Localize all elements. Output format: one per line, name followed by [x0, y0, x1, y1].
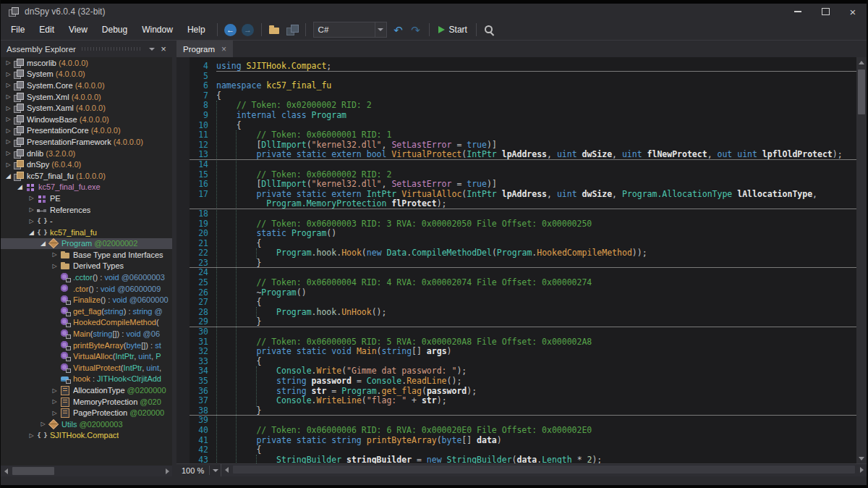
collapse-icon[interactable]: ◢	[15, 183, 25, 190]
tree-row[interactable]: ▷mscorlib (4.0.0.0)	[1, 57, 172, 69]
panel-close-button[interactable]: ×	[158, 43, 169, 55]
tree-row[interactable]: ◢kc57_final_fu (1.0.0.0)	[1, 170, 172, 182]
tree-row[interactable]: VirtualProtect(IntPtr, uint,	[1, 362, 172, 374]
expand-icon[interactable]: ▷	[4, 71, 13, 77]
tree-horizontal-scrollbar[interactable]	[1, 466, 172, 476]
menu-item-debug[interactable]: Debug	[95, 20, 135, 40]
code-line[interactable]: 30	[190, 327, 856, 337]
scrollbar-track[interactable]	[856, 67, 867, 453]
expand-icon[interactable]: ▷	[50, 410, 59, 416]
language-selector[interactable]: C#	[313, 22, 387, 38]
code-line[interactable]: 22 Program.hook.Hook(new Data.CompileMet…	[190, 248, 856, 258]
expand-icon[interactable]: ▷	[27, 206, 36, 213]
expand-icon[interactable]: ▷	[27, 195, 36, 201]
collapse-icon[interactable]: ◢	[27, 229, 36, 236]
code-line[interactable]: 34 Console.Write("Gimme dat password: ")…	[190, 366, 856, 376]
tree-row[interactable]: Main(string[]) : void @06	[1, 328, 172, 340]
tree-row[interactable]: get_flag(string) : string @	[1, 306, 172, 317]
tree-row[interactable]: ◢Program @02000002	[1, 238, 172, 250]
scroll-right-button[interactable]	[856, 464, 867, 475]
code-line[interactable]: 15 // Token: 0x06000002 RID: 2	[190, 170, 856, 180]
expand-icon[interactable]: ▷	[4, 93, 13, 100]
menu-item-window[interactable]: Window	[135, 20, 180, 40]
tree-row[interactable]: hook : JITHook<ClrjitAdd	[1, 374, 172, 385]
code-line[interactable]: 36 string str = Program.get_flag(passwor…	[190, 387, 856, 397]
code-line[interactable]: 35 string password = Console.ReadLine();	[190, 376, 856, 387]
panel-drag-grip[interactable]	[82, 47, 140, 51]
expand-icon[interactable]: ▷	[38, 421, 48, 427]
tree-row[interactable]: ▷PE	[1, 193, 172, 204]
code-line[interactable]: 32 private static void Main(string[] arg…	[190, 347, 856, 357]
zoom-control[interactable]: 100 %	[176, 464, 221, 476]
scrollbar-thumb[interactable]	[858, 70, 865, 114]
expand-icon[interactable]: ▷	[50, 263, 59, 269]
scrollbar-thumb[interactable]	[12, 467, 54, 475]
editor-horizontal-scrollbar[interactable]	[221, 464, 867, 475]
code-line[interactable]: 16 [DllImport("kernel32.dll", SetLastErr…	[190, 180, 856, 190]
close-button[interactable]: ×	[839, 4, 867, 20]
tree-row[interactable]: ▷System.Xaml (4.0.0.0)	[1, 102, 172, 114]
code-line[interactable]: 18	[190, 209, 856, 219]
expand-icon[interactable]: ▷	[4, 138, 13, 145]
expand-icon[interactable]: ▷	[4, 116, 13, 122]
menu-item-file[interactable]: File	[4, 20, 32, 40]
tab-close-icon[interactable]: ×	[221, 45, 226, 54]
code-line[interactable]: 41 private static string printByteArray(…	[190, 436, 856, 446]
collapse-icon[interactable]: ◢	[38, 240, 48, 247]
scroll-left-button[interactable]	[221, 464, 231, 475]
code-line[interactable]: 27 {	[190, 298, 856, 308]
tree-row[interactable]: HookedCompileMethod(	[1, 317, 172, 329]
navigate-back-button[interactable]: ←	[222, 21, 239, 38]
code-line[interactable]: 13 private static extern bool VirtualPro…	[190, 150, 856, 160]
tree-row[interactable]: printByteArray(byte[]) : st	[1, 340, 172, 351]
code-line[interactable]: 17 private static extern IntPtr VirtualA…	[190, 190, 856, 200]
tree-row[interactable]: ▷MemoryProtection @020	[1, 396, 172, 408]
code-line[interactable]: 38 }	[190, 406, 856, 416]
tree-row[interactable]: ▷System.Xml (4.0.0.0)	[1, 91, 172, 103]
code-line[interactable]: 43 StringBuilder stringBuilder = new Str…	[190, 455, 856, 463]
code-line[interactable]: 39	[190, 416, 856, 426]
menu-item-help[interactable]: Help	[180, 20, 213, 40]
open-file-button[interactable]	[266, 21, 284, 38]
code-line[interactable]: 11 // Token: 0x06000001 RID: 1	[190, 130, 856, 140]
tree-row[interactable]: ▷dnSpy (6.0.4.0)	[1, 159, 172, 170]
tree-row[interactable]: ▷-	[1, 215, 172, 227]
tree-row[interactable]: ▷Utils @02000003	[1, 418, 172, 430]
expand-icon[interactable]: ▷	[50, 398, 59, 405]
code-line[interactable]: 24	[190, 268, 856, 278]
tree-row[interactable]: ▷WindowsBase (4.0.0.0)	[1, 114, 172, 125]
code-line[interactable]: 33 {	[190, 357, 856, 367]
search-button[interactable]	[481, 21, 498, 38]
save-all-button[interactable]	[284, 21, 301, 38]
code-line[interactable]: 31 // Token: 0x06000005 RID: 5 RVA: 0x00…	[190, 337, 856, 348]
code-line[interactable]: 28 Program.hook.UnHook();	[190, 308, 856, 318]
expand-icon[interactable]: ▷	[4, 127, 13, 134]
code-line[interactable]: 26 ~Program()	[190, 288, 856, 298]
tree-row[interactable]: .ctor() : void @06000009	[1, 283, 172, 295]
tree-row[interactable]: ▷PresentationFramework (4.0.0.0)	[1, 136, 172, 148]
code-line[interactable]: 37 Console.WriteLine("flag: " + str);	[190, 396, 856, 406]
scrollbar-track[interactable]	[11, 466, 162, 476]
language-dropdown-button[interactable]	[375, 22, 386, 37]
code-editor[interactable]: 4using SJITHook.Compact;56namespace kc57…	[176, 57, 856, 463]
code-line[interactable]: 6namespace kc57_final_fu	[190, 81, 856, 91]
code-line[interactable]: 42 {	[190, 445, 856, 455]
tree-row[interactable]: ▷AllocationType @0200000	[1, 384, 172, 396]
tree-row[interactable]: ▷References	[1, 204, 172, 216]
tree-row[interactable]: ◢kc57_final_fu.exe	[1, 182, 172, 193]
code-line[interactable]: 20 static Program()	[190, 229, 856, 239]
tab-program[interactable]: Program ×	[176, 41, 233, 57]
tree-row[interactable]: ◢kc57_final_fu	[1, 227, 172, 238]
expand-icon[interactable]: ▷	[27, 218, 36, 224]
expand-icon[interactable]: ▷	[27, 432, 36, 439]
code-line[interactable]: 23 }	[190, 258, 856, 269]
code-line[interactable]: 7{	[190, 91, 856, 101]
code-line[interactable]: 21 {	[190, 239, 856, 249]
code-line[interactable]: 29 }	[190, 317, 856, 327]
scrollbar-track[interactable]	[231, 464, 856, 475]
tree-row[interactable]: ▷PresentationCore (4.0.0.0)	[1, 125, 172, 137]
code-line[interactable]: 14	[190, 160, 856, 170]
tree-row[interactable]: Finalize() : void @0600000	[1, 294, 172, 306]
tree-row[interactable]: VirtualAlloc(IntPtr, uint, P	[1, 350, 172, 362]
expand-icon[interactable]: ▷	[4, 82, 13, 88]
